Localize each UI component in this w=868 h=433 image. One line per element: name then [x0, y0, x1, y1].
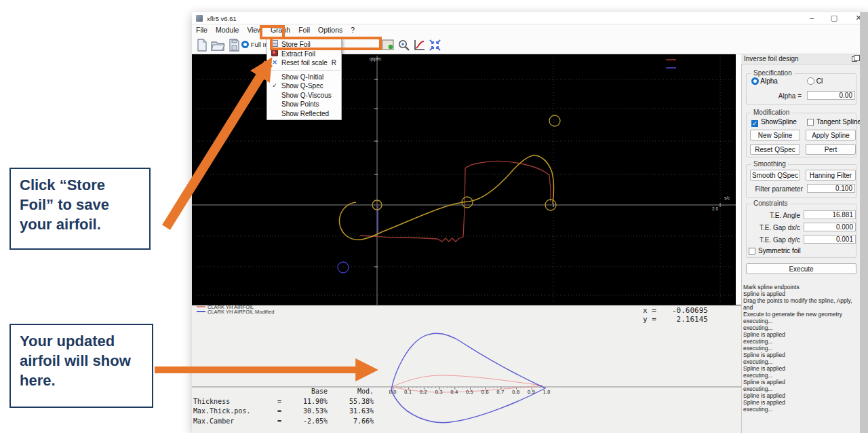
menu-item-label: Show Reflected — [281, 110, 329, 117]
log-line: executing... — [743, 345, 859, 352]
cl-radio[interactable]: Cl — [807, 77, 823, 85]
menu-item-show-q-viscous[interactable]: Show Q-Viscous — [267, 91, 341, 100]
log-line: executing... — [743, 338, 859, 345]
window-title: xflr5 v6.61 — [207, 15, 237, 22]
stats-cell: 55.38% — [328, 397, 374, 407]
zoom-icon[interactable] — [397, 39, 410, 52]
title-bar: xflr5 v6.61 — [192, 12, 868, 24]
group-label: Smoothing — [751, 160, 788, 168]
radio-icon — [241, 41, 249, 48]
menu-item-show-reflected[interactable]: Show Reflected — [267, 109, 341, 119]
log-line: Spline is applied — [743, 399, 859, 406]
extract-foil-icon — [269, 50, 280, 59]
menu-item-module[interactable]: Module — [212, 24, 243, 35]
pert-button[interactable]: Pert — [806, 144, 856, 155]
stats-cell: Max.Thick.pos. — [193, 407, 273, 417]
te-gap-dy-input[interactable]: 0.001 — [804, 235, 856, 244]
float-panel-icon[interactable] — [852, 56, 857, 62]
open-folder-icon[interactable] — [211, 39, 225, 52]
menu-shortcut: R — [332, 58, 336, 68]
stats-cell: = — [273, 407, 285, 417]
alpha-radio[interactable]: Alpha — [751, 77, 778, 85]
stats-row: Max.Thick.pos.=30.53%31.63% — [193, 407, 374, 417]
stats-cell: 31.63% — [328, 407, 374, 417]
stats-cell: = — [273, 397, 285, 407]
cl-radio-label: Cl — [816, 77, 823, 85]
panel-title: Inverse foil design — [744, 55, 799, 62]
apply-spline-button[interactable]: Apply Spline — [806, 130, 856, 140]
group-label: Specification — [751, 69, 794, 77]
group-label: Constraints — [751, 200, 790, 207]
log-line: Drag the points to modify the spline, Ap… — [743, 297, 859, 311]
checkbox-icon — [807, 119, 814, 126]
spline-control-point[interactable] — [338, 262, 349, 273]
log-line: Spline is applied — [743, 392, 859, 399]
tangent-spline-checkbox[interactable]: Tangent Spline — [807, 118, 861, 126]
menu-item-show-q-spec[interactable]: ✓Show Q-Spec — [267, 81, 341, 91]
stats-row: Thickness=11.90%55.38% — [193, 397, 374, 407]
stats-cell: 7.66% — [328, 417, 374, 427]
menu-item-show-q-initial[interactable]: Show Q-Initial — [267, 73, 341, 82]
checkmark-icon: ✓ — [269, 81, 280, 91]
reset-scale-icon: ✕ — [269, 58, 280, 68]
reset-scales-icon[interactable] — [429, 39, 441, 52]
te-gap-dx-label: T.E. Gap dx/c — [746, 224, 800, 231]
log-line: executing... — [743, 406, 859, 413]
menu-item-[interactable]: ? — [347, 24, 359, 35]
note-store-foil: Click “Store Foil” to save your airfoil. — [9, 168, 151, 250]
symmetric-foil-label: Symmetric foil — [758, 247, 801, 255]
show-spline-checkbox[interactable]: ✓ShowSpline — [751, 118, 797, 127]
filter-parameter-input[interactable]: 0.100 — [807, 184, 855, 193]
log-line: Mark spline endpoints — [743, 284, 859, 290]
te-angle-label: T.E. Angle — [746, 212, 800, 219]
stats-header-row: Base Mod. — [193, 387, 374, 397]
menu-item-extract-foil[interactable]: Extract Foil — [267, 50, 341, 59]
stats-cell: Max.Camber — [193, 417, 273, 427]
menu-separator — [269, 70, 340, 71]
radio-icon — [751, 77, 759, 85]
smooth-qspec-button[interactable]: Smooth QSpec — [750, 170, 800, 181]
menu-item-label: Show Q-Initial — [281, 73, 323, 81]
panel-title-bar[interactable]: Inverse foil design — [741, 54, 860, 64]
execute-button[interactable]: Execute — [746, 263, 856, 274]
new-spline-button[interactable]: New Spline — [750, 130, 800, 140]
new-file-icon[interactable] — [195, 39, 208, 52]
menu-item-show-points[interactable]: Show Points — [267, 100, 341, 109]
te-gap-dx-input[interactable]: 0.000 — [804, 223, 856, 231]
symmetric-foil-checkbox[interactable]: Symmetric foil — [749, 247, 801, 255]
log-line: Spline is applied — [743, 331, 859, 338]
spline-endpoint[interactable] — [549, 115, 560, 126]
reset-graph-scale-icon[interactable] — [413, 39, 426, 52]
alpha-input[interactable]: 0.00 — [807, 91, 855, 100]
hanning-filter-button[interactable]: Hanning Filter — [806, 170, 856, 181]
log-line: Spline is applied — [743, 365, 859, 372]
te-gap-dy-label: T.E. Gap dy/c — [746, 236, 800, 244]
stats-cell: -2.05% — [285, 417, 328, 427]
menu-item-label: Show Q-Viscous — [281, 92, 332, 99]
menu-item-foil[interactable]: Foil — [294, 24, 314, 35]
store-foil-highlight — [270, 37, 382, 50]
foil-stats-table: Base Mod. Thickness=11.90%55.38%Max.Thic… — [193, 387, 374, 426]
save-file-icon[interactable] — [228, 39, 241, 52]
checkbox-icon — [749, 248, 755, 255]
base-foil-outline — [392, 375, 542, 392]
menu-bar: FileModuleViewGraphFoilOptions? — [192, 24, 868, 37]
menu-item-options[interactable]: Options — [314, 24, 347, 35]
menu-item-label: Show Q-Spec — [281, 82, 323, 90]
app-icon — [196, 15, 203, 22]
maximize-button[interactable]: ▢ — [825, 13, 844, 24]
menu-item-file[interactable]: File — [192, 24, 212, 35]
te-angle-input[interactable]: 16.881 — [804, 210, 856, 219]
image-icon[interactable] — [382, 39, 395, 51]
stats-cell: 11.90% — [285, 397, 328, 407]
y-axis-label: qspec — [370, 56, 381, 61]
menu-item-reset-foil-scale[interactable]: ✕Reset foil scaleR — [267, 58, 341, 68]
reset-qspec-button[interactable]: Reset QSpec — [750, 144, 800, 155]
minimize-button[interactable]: – — [802, 13, 821, 24]
log-line: Spline is applied — [743, 352, 859, 358]
log-output[interactable]: Mark spline endpointsSpline is appliedDr… — [743, 284, 859, 432]
modified-foil-outline — [391, 333, 545, 422]
menu-item-label: Extract Foil — [281, 50, 315, 58]
q-spec-spline-curve[interactable] — [339, 155, 553, 240]
log-line: executing... — [743, 324, 859, 331]
